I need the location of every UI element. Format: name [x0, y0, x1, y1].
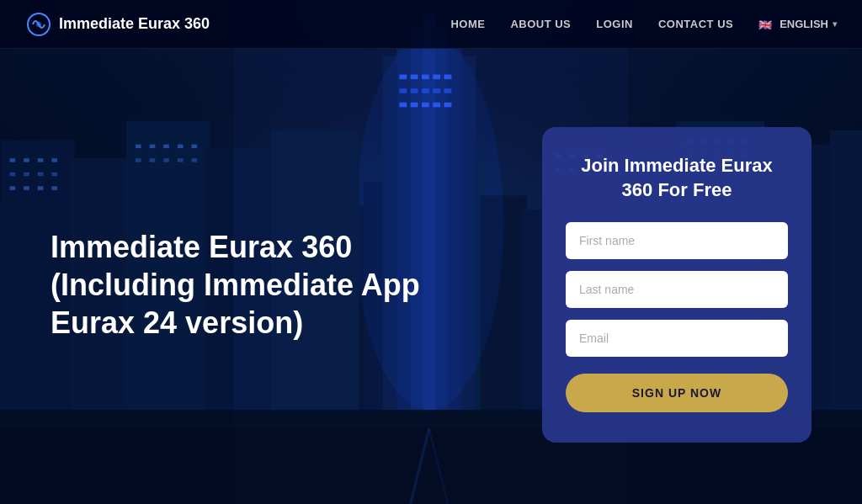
nav-links: HOME ABOUT US LOGIN CONTACT US 🇬🇧 ENGLIS…	[450, 18, 837, 30]
first-name-group	[566, 222, 788, 259]
nav-about[interactable]: ABOUT US	[510, 18, 571, 30]
language-selector[interactable]: 🇬🇧 ENGLISH ▾	[758, 18, 837, 30]
registration-card: Join Immediate Eurax 360 For Free SIGN U…	[542, 127, 811, 443]
last-name-group	[566, 271, 788, 308]
brand-name: Immediate Eurax 360	[59, 15, 210, 33]
email-group	[566, 320, 788, 357]
flag-icon: 🇬🇧	[758, 19, 775, 30]
brand-logo[interactable]: Immediate Eurax 360	[25, 11, 210, 38]
first-name-input[interactable]	[566, 222, 788, 259]
language-label: ENGLISH	[780, 18, 828, 30]
nav-login[interactable]: LOGIN	[596, 18, 633, 30]
nav-contact[interactable]: CONTACT US	[658, 18, 733, 30]
nav-home[interactable]: HOME	[450, 18, 485, 30]
signup-button[interactable]: SIGN UP NOW	[566, 374, 788, 412]
hero-text-block: Immediate Eurax 360 (Including Immediate…	[51, 228, 455, 342]
email-input[interactable]	[566, 320, 788, 357]
svg-point-101	[36, 22, 41, 27]
chevron-down-icon: ▾	[833, 19, 837, 29]
hero-title: Immediate Eurax 360 (Including Immediate…	[51, 228, 455, 342]
form-title: Join Immediate Eurax 360 For Free	[566, 154, 788, 202]
last-name-input[interactable]	[566, 271, 788, 308]
hero-section: Immediate Eurax 360 (Including Immediate…	[0, 49, 862, 504]
logo-icon	[25, 11, 52, 38]
navbar: Immediate Eurax 360 HOME ABOUT US LOGIN …	[0, 0, 862, 49]
